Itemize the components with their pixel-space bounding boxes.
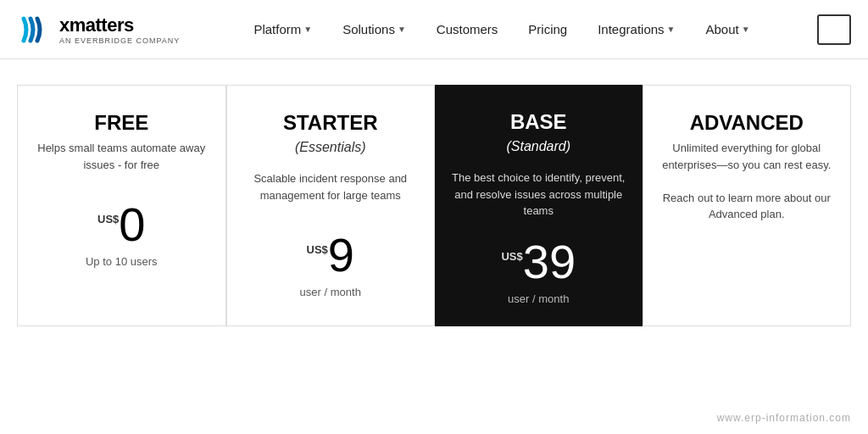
plan-free-users: Up to 10 users bbox=[35, 255, 209, 268]
plan-starter-currency: US$ bbox=[307, 243, 328, 256]
plan-free-currency: US$ bbox=[97, 213, 119, 225]
plan-advanced-name: ADVANCED bbox=[660, 111, 834, 135]
xmatters-logo-icon bbox=[17, 12, 53, 47]
nav-platform[interactable]: Platform ▼ bbox=[238, 0, 327, 59]
plan-starter-price: US$ 9 bbox=[244, 231, 418, 279]
plan-base-currency: US$ bbox=[501, 250, 522, 263]
nav-pricing[interactable]: Pricing bbox=[513, 0, 582, 59]
chevron-down-icon: ▼ bbox=[667, 25, 676, 34]
plan-free: FREE Helps small teams automate away iss… bbox=[17, 85, 226, 326]
watermark: www.erp-information.com bbox=[717, 412, 851, 424]
plan-base-period: user / month bbox=[452, 292, 626, 305]
plan-starter-description: Scalable incident response and managemen… bbox=[244, 170, 418, 213]
plan-base: BASE (Standard) The best choice to ident… bbox=[435, 85, 643, 326]
plan-advanced-description: Unlimited everything for global enterpri… bbox=[660, 140, 834, 223]
plan-advanced: ADVANCED Unlimited everything for global… bbox=[643, 85, 852, 326]
nav-about[interactable]: About ▼ bbox=[690, 0, 765, 59]
chevron-down-icon: ▼ bbox=[303, 25, 312, 34]
plan-starter-name: STARTER bbox=[244, 111, 418, 135]
plan-base-subtitle: (Standard) bbox=[452, 139, 626, 154]
plan-base-description: The best choice to identify, prevent, an… bbox=[452, 170, 626, 220]
logo-area: xmatters AN EVERBRIDGE COMPANY bbox=[17, 12, 186, 47]
plan-free-amount: 0 bbox=[119, 201, 145, 248]
chevron-down-icon: ▼ bbox=[398, 25, 406, 34]
plan-starter-subtitle: (Essentials) bbox=[244, 140, 418, 155]
logo-brand: xmatters bbox=[59, 14, 180, 36]
pricing-section: FREE Helps small teams automate away iss… bbox=[0, 68, 868, 335]
plan-free-price: US$ 0 bbox=[35, 201, 209, 248]
plan-free-description: Helps small teams automate away issues -… bbox=[35, 140, 209, 182]
plan-base-price: US$ 39 bbox=[452, 238, 626, 286]
logo-text: xmatters AN EVERBRIDGE COMPANY bbox=[59, 14, 180, 45]
plan-starter: STARTER (Essentials) Scalable incident r… bbox=[226, 85, 436, 326]
nav-integrations[interactable]: Integrations ▼ bbox=[582, 0, 690, 59]
header: xmatters AN EVERBRIDGE COMPANY Platform … bbox=[0, 0, 868, 59]
nav-solutions[interactable]: Solutions ▼ bbox=[327, 0, 421, 59]
plan-base-amount: 39 bbox=[523, 238, 576, 286]
header-search-button[interactable] bbox=[817, 14, 851, 45]
plan-base-name: BASE bbox=[452, 110, 626, 134]
plan-starter-amount: 9 bbox=[328, 231, 354, 279]
plan-free-name: FREE bbox=[35, 111, 209, 135]
chevron-down-icon: ▼ bbox=[742, 25, 750, 34]
logo-sub: AN EVERBRIDGE COMPANY bbox=[59, 36, 180, 45]
main-nav: Platform ▼ Solutions ▼ Customers Pricing… bbox=[186, 0, 817, 59]
nav-customers[interactable]: Customers bbox=[421, 0, 514, 59]
plan-starter-period: user / month bbox=[244, 286, 418, 298]
